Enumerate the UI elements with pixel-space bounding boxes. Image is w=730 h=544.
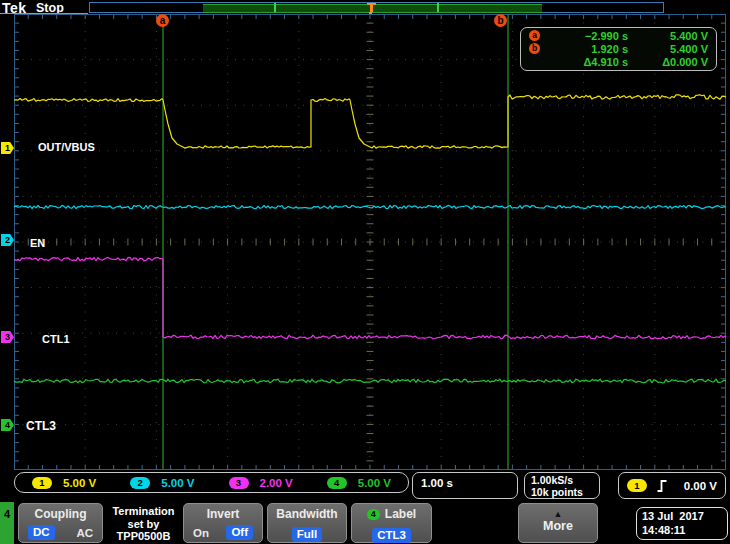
cursor-a-voltage: 5.400 V [628,30,708,42]
channel-3-scale-readout[interactable]: 3 2.00 V [212,477,310,489]
menu-channel-tab-number: 4 [0,508,14,520]
channel-4-position-marker[interactable]: 4 [1,419,14,431]
label-title: Label [385,507,416,521]
coupling-button[interactable]: Coupling DC AC [18,503,103,543]
cursor-readout-box: a −2.990 s 5.400 V b 1.920 s 5.400 V Δ4.… [520,27,717,71]
channel-1-badge: 1 [32,477,52,489]
record-marker-b [437,3,439,12]
label-button[interactable]: 4 Label CTL3 [351,503,432,543]
trigger-level: 0.00 V [684,480,717,492]
cursor-b-voltage: 5.400 V [628,43,708,55]
cursor-delta-readout-row: Δ4.910 s Δ0.000 V [521,55,716,68]
invert-title: Invert [184,507,262,521]
termination-info: Termination set by TPP0500B [107,503,180,543]
channel-4-scale: 5.00 V [358,477,391,489]
channel-3-position-marker[interactable]: 3 [1,331,14,343]
label-value-row: CTL3 [352,525,431,543]
menu-channel-tab: 4 [0,502,14,544]
cursor-b-readout-row: b 1.920 s 5.400 V [521,42,716,55]
invert-button[interactable]: Invert On Off [183,503,263,543]
invert-options: On Off [184,525,262,540]
sample-rate: 1.00kS/s [531,474,599,486]
cursor-a-time: −2.990 s [551,30,628,42]
termination-line-2: set by [107,518,180,531]
trigger-readout: 1 0.00 V [618,472,726,499]
label-channel-badge: 4 [367,509,380,520]
channel-3-badge: 3 [229,477,249,489]
rising-edge-icon [656,478,668,494]
oscilloscope-screen: Tek Stop 1 2 3 4 OUT/VBUS EN CTL1 CTL3 a… [0,0,730,544]
time-text: 14:48:11 [642,523,727,537]
more-label: More [519,519,597,533]
channel-4-badge: 4 [327,477,347,489]
trigger-position-stem [370,3,373,12]
acquisition-readout: 1.00kS/s 10k points [524,472,600,499]
invert-option-on[interactable]: On [193,527,209,539]
datetime-box: 13 Jul 2017 14:48:11 [636,507,728,540]
cursor-a-badge-cell: a [529,30,551,41]
cursor-a-readout-row: a −2.990 s 5.400 V [521,29,716,42]
bandwidth-title: Bandwidth [268,507,346,521]
more-button[interactable]: ▲ More [518,503,598,543]
channel-2-position-marker[interactable]: 2 [1,234,14,246]
record-marker-a [274,3,276,12]
label-value[interactable]: CTL3 [372,528,411,543]
channel-2-scale-readout[interactable]: 2 5.00 V [113,477,211,489]
cursor-delta-time: Δ4.910 s [551,56,628,68]
bandwidth-value[interactable]: Full [292,527,322,542]
channel-1-scale-readout[interactable]: 1 5.00 V [15,477,113,489]
channel-1-label: OUT/VBUS [38,141,95,153]
coupling-option-ac[interactable]: AC [76,527,93,539]
channel-4-scale-readout[interactable]: 4 5.00 V [310,477,408,489]
label-title-row: 4 Label [352,507,431,521]
date-text: 13 Jul 2017 [642,509,727,523]
up-arrow-icon: ▲ [519,510,597,519]
invert-option-off[interactable]: Off [226,525,253,540]
trigger-source-badge: 1 [627,479,647,492]
channel-3-label: CTL1 [42,333,70,345]
termination-line-1: Termination [107,505,180,518]
cursor-b-badge-cell: b [529,43,551,54]
bandwidth-value-row: Full [268,524,346,542]
channel-scale-readout-bar: 1 5.00 V 2 5.00 V 3 2.00 V 4 5.00 V [14,472,409,493]
graticule [14,14,726,470]
timebase-readout: 1.00 s [412,472,518,499]
channel-1-scale: 5.00 V [63,477,96,489]
termination-line-3: TPP0500B [107,530,180,543]
cursor-b-badge[interactable]: b [494,14,507,27]
cursor-b-readout-badge: b [529,43,540,54]
coupling-title: Coupling [19,507,102,521]
channel-2-badge: 2 [130,477,150,489]
cursor-a-badge[interactable]: a [156,14,169,27]
cursor-delta-voltage: Δ0.000 V [628,56,708,68]
channel-2-label: EN [30,237,45,249]
bandwidth-button[interactable]: Bandwidth Full [267,503,347,543]
channel-4-label: CTL3 [26,419,56,433]
channel-1-position-marker[interactable]: 1 [1,142,14,154]
coupling-options: DC AC [19,525,102,540]
channel-3-scale: 2.00 V [260,477,293,489]
cursor-b-time: 1.920 s [551,43,628,55]
coupling-option-dc[interactable]: DC [28,525,55,540]
record-length: 10k points [531,486,599,498]
channel-2-scale: 5.00 V [161,477,194,489]
cursor-a-readout-badge: a [529,30,540,41]
